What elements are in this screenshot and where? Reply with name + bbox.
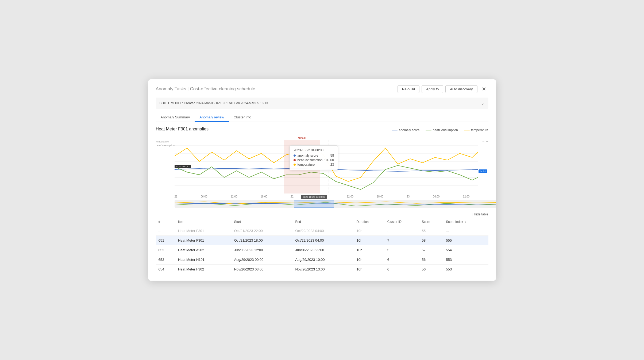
table-header-row: Hide table (156, 212, 488, 216)
table-row[interactable]: 654 Heat Meter F302 Nov/26/2023 03:00 No… (156, 265, 488, 274)
chart-svg (175, 140, 478, 193)
col-end: End (293, 218, 354, 226)
tab-cluster-info[interactable]: Cluster info (229, 113, 256, 122)
modal-header: Anomaly Tasks | Cost-effective cleaning … (148, 79, 496, 93)
table-row[interactable]: 652 Heat Meter A202 Jun/06/2023 12:00 Ju… (156, 245, 488, 255)
anomaly-table: # Item Start End Duration Cluster ID Sco… (156, 218, 488, 274)
anomaly-modal: Anomaly Tasks | Cost-effective cleaning … (148, 79, 496, 281)
minimap-selection[interactable] (294, 200, 334, 208)
hide-table-label: Hide table (474, 212, 488, 216)
legend-temperature: temperature (464, 128, 488, 132)
chart-title: Heat Meter F301 anomalies (156, 127, 209, 131)
model-info-text: BUILD_MODEL: Created 2024-Mar-05 16:13 R… (160, 101, 268, 105)
table-row-dimmed: ... Heat Meter F301 Oct/21/2023 22:00 Oc… (156, 226, 488, 236)
table-section: Hide table # Item Start End Duration Clu… (156, 212, 488, 274)
expand-icon[interactable]: ⌄ (481, 100, 485, 106)
chart-section: Heat Meter F301 anomalies anomaly score … (156, 127, 488, 208)
sort-icon: ↓ (465, 220, 466, 223)
col-item: Item (175, 218, 232, 226)
table-row[interactable]: 651 Heat Meter F301 Oct/21/2023 18:00 Oc… (156, 236, 488, 245)
content-area: Heat Meter F301 anomalies anomaly score … (148, 122, 496, 281)
chart-outer: temperature heatConsumption score critic… (156, 140, 488, 208)
auto-discovery-button[interactable]: Auto discovery (445, 85, 477, 93)
legend-heat-consumption: heatConsumption (426, 128, 458, 132)
chart-minimap[interactable] (175, 200, 496, 208)
modal-title: Anomaly Tasks | Cost-effective cleaning … (156, 86, 255, 92)
col-score-index[interactable]: Score Index ↓ (443, 218, 488, 226)
header-buttons: Re-build Apply to Auto discovery ✕ (398, 85, 488, 93)
col-duration: Duration (354, 218, 384, 226)
col-cluster: Cluster ID (385, 218, 419, 226)
table-body: ... Heat Meter F301 Oct/21/2023 22:00 Oc… (156, 226, 488, 274)
table-head: # Item Start End Duration Cluster ID Sco… (156, 218, 488, 226)
tab-anomaly-summary[interactable]: Anomaly Summary (156, 113, 195, 122)
y-axis-right-label: score (482, 140, 488, 143)
hide-table-checkbox[interactable] (469, 213, 472, 216)
col-num: # (156, 218, 175, 226)
rebuild-button[interactable]: Re-build (398, 85, 419, 93)
col-score: Score (419, 218, 444, 226)
table-header-row: # Item Start End Duration Cluster ID Sco… (156, 218, 488, 226)
minimap-svg (175, 200, 496, 208)
y-axis-left-labels: temperature heatConsumption (156, 140, 175, 147)
modal-title-sep: | (186, 86, 190, 91)
critical-label: critical (296, 136, 307, 140)
col-start: Start (232, 218, 293, 226)
apply-to-button[interactable]: Apply to (422, 85, 443, 93)
table-row[interactable]: 653 Heat Meter H101 Aug/29/2023 00:00 Au… (156, 255, 488, 265)
hide-table-control[interactable]: Hide table (469, 212, 488, 216)
model-info-bar: BUILD_MODEL: Created 2024-Mar-05 16:13 R… (156, 98, 488, 109)
modal-subtitle: Cost-effective cleaning schedule (190, 86, 255, 91)
x-tooltip-label: 2023-10-22 04:00:00 (301, 195, 327, 199)
modal-title-main: Anomaly Tasks (156, 86, 186, 91)
tab-anomaly-review[interactable]: Anomaly review (195, 113, 229, 122)
legend-anomaly-score: anomaly score (392, 128, 420, 132)
close-button[interactable]: ✕ (480, 85, 488, 93)
left-point-label: 21,01 672,41 (175, 165, 191, 168)
chart-legend: anomaly score heatConsumption temperatur… (392, 128, 488, 132)
tab-bar: Anomaly Summary Anomaly review Cluster i… (156, 113, 488, 122)
chart-container: critical (175, 140, 478, 193)
right-point-label: 44,91 (479, 169, 487, 173)
